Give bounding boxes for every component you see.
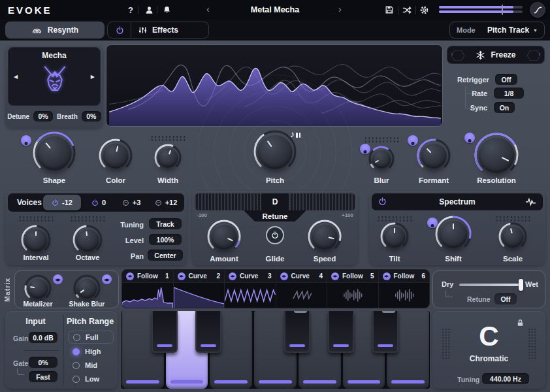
formant-knob[interactable] xyxy=(416,138,451,173)
tab-effects[interactable]: Effects xyxy=(107,22,209,39)
scale-knob[interactable] xyxy=(498,221,528,252)
stereo-badge[interactable]: ◀▶ xyxy=(102,274,112,284)
detune-value[interactable]: 0% xyxy=(33,111,53,122)
shift-knob[interactable] xyxy=(434,215,472,253)
mix-retune-value[interactable]: Off xyxy=(494,293,517,304)
randomize-button[interactable] xyxy=(402,5,412,15)
key-g-sharp[interactable] xyxy=(328,311,354,353)
mod-slot-4[interactable]: ◀▶Curve4 xyxy=(276,270,328,308)
key-f-sharp[interactable] xyxy=(284,311,310,353)
stereo-badge: ◀▶ xyxy=(229,272,236,280)
gear-icon xyxy=(419,5,429,15)
level-value[interactable]: 100% xyxy=(149,234,182,245)
tuning-hz-value[interactable]: 440.00 Hz xyxy=(482,373,529,384)
pitch-range-option-mid[interactable]: Mid xyxy=(68,359,114,372)
rate-value[interactable]: 1/8 xyxy=(494,88,524,99)
tuner-min: -100 xyxy=(197,212,207,218)
mode-label: Mode xyxy=(457,26,476,34)
source-next-button[interactable]: ▶ xyxy=(91,74,95,80)
voices-panel: Voices -12 0 +3 +12 xyxy=(5,191,187,265)
tuner-max: +100 xyxy=(342,212,353,218)
plugin-window: EVOKE ? ‹ Metal Mecha › xyxy=(0,0,550,392)
pitch-range-option-full[interactable]: Full xyxy=(68,331,114,344)
gate-speed-value[interactable]: Fast xyxy=(29,371,57,382)
shuffle-icon xyxy=(402,5,412,15)
tuner-display[interactable]: D xyxy=(195,193,355,210)
save-button[interactable] xyxy=(384,5,395,15)
metalizer-knob[interactable] xyxy=(24,274,52,302)
breath-label: Breath xyxy=(57,113,78,120)
mod-slot-6[interactable]: ◀▶Follow6 xyxy=(379,270,430,308)
stereo-badge[interactable]: ◀▶ xyxy=(53,274,63,284)
soft-clip-button[interactable] xyxy=(530,2,545,18)
tab-resynth[interactable]: Resynth xyxy=(5,22,105,39)
sliders-icon xyxy=(138,25,148,35)
voice-button-0[interactable]: 0 xyxy=(85,195,112,210)
divider xyxy=(24,350,59,351)
interval-knob[interactable] xyxy=(20,224,52,255)
bell-icon xyxy=(162,5,172,15)
gain-value[interactable]: 0.0 dB xyxy=(29,332,57,343)
mod-slot-1[interactable]: ◀▶Follow1 xyxy=(122,270,174,308)
pitch-range-option-high[interactable]: High xyxy=(68,345,114,358)
gate-value[interactable]: 0% xyxy=(29,357,57,368)
color-knob[interactable] xyxy=(98,138,133,173)
tab-resynth-label: Resynth xyxy=(48,25,78,35)
shape-knob[interactable] xyxy=(32,131,76,175)
topbar: EVOKE ? ‹ Metal Mecha › xyxy=(0,0,550,20)
mod-name: Follow xyxy=(394,272,415,280)
key-a-sharp[interactable] xyxy=(372,311,398,353)
output-gain-slider[interactable] xyxy=(439,6,523,14)
option-label: High xyxy=(85,348,101,355)
blur-knob[interactable] xyxy=(368,145,395,172)
help-button[interactable]: ? xyxy=(125,5,136,15)
retrigger-value[interactable]: Off xyxy=(495,74,517,85)
preset-name[interactable]: Metal Mecha xyxy=(197,5,353,14)
voice-button-plus12[interactable]: +12 xyxy=(149,195,183,210)
voice-label: +3 xyxy=(133,199,141,206)
power-icon xyxy=(116,26,124,35)
pan-value[interactable]: Center xyxy=(148,250,183,261)
voice-button-minus12[interactable]: -12 xyxy=(43,195,81,210)
glide-toggle[interactable] xyxy=(266,226,284,244)
divider xyxy=(63,315,64,385)
retune-amount-knob[interactable] xyxy=(206,219,242,254)
tuning-value[interactable]: Track xyxy=(149,218,182,229)
mode-select[interactable]: Mode Pitch Track ▼ xyxy=(449,22,545,39)
dry-wet-slider[interactable] xyxy=(459,284,523,286)
dry-wet-handle[interactable] xyxy=(519,279,523,291)
breath-value[interactable]: 0% xyxy=(82,111,101,122)
pitch-range-title: Pitch Range xyxy=(64,317,116,326)
account-button[interactable] xyxy=(144,5,154,15)
key-c-sharp[interactable] xyxy=(152,311,178,353)
key-d-sharp[interactable] xyxy=(195,311,221,353)
voice-button-plus3[interactable]: +3 xyxy=(115,195,148,210)
power-icon xyxy=(271,231,279,239)
mod-slot-2[interactable]: ◀▶Curve2 xyxy=(174,270,225,308)
root-key[interactable]: C xyxy=(432,323,545,350)
preset-next-button[interactable]: › xyxy=(338,4,342,14)
mod-badge[interactable] xyxy=(21,135,31,146)
meter-handle[interactable] xyxy=(502,5,503,15)
meter-bar xyxy=(439,6,523,8)
tilt-knob[interactable] xyxy=(380,221,410,252)
sync-value[interactable]: On xyxy=(494,102,515,113)
meter-bar xyxy=(439,10,523,13)
freeze-button[interactable]: ‹ › Freeze xyxy=(447,46,545,64)
notifications-button[interactable] xyxy=(161,5,172,15)
stereo-badge: ◀▶ xyxy=(331,272,339,280)
shake-blur-knob[interactable] xyxy=(73,274,101,302)
evoke-logo: EVOKE xyxy=(8,5,52,16)
width-knob[interactable] xyxy=(154,143,182,172)
resolution-knob[interactable] xyxy=(474,132,519,178)
scale-name[interactable]: Chromatic xyxy=(432,354,545,363)
mod-slot-3[interactable]: ◀▶Curve3 xyxy=(225,270,276,308)
radio-icon xyxy=(73,348,80,355)
pitch-knob[interactable] xyxy=(253,129,297,174)
settings-button[interactable] xyxy=(419,5,429,15)
mod-slot-5[interactable]: ◀▶Follow5 xyxy=(327,270,379,308)
source-prev-button[interactable]: ◀ xyxy=(14,74,18,80)
effects-power-toggle[interactable] xyxy=(116,26,124,35)
pitch-range-option-low[interactable]: Low xyxy=(68,372,114,385)
retune-speed-knob[interactable] xyxy=(307,219,342,254)
